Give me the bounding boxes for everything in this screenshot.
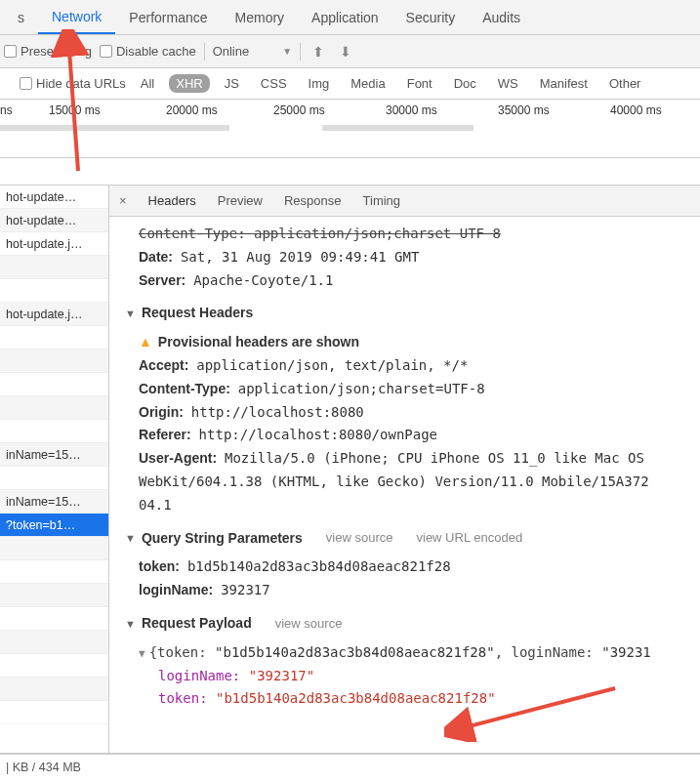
detail-tab-headers[interactable]: Headers — [144, 189, 200, 212]
timeline-tick: 25000 ms — [273, 103, 325, 117]
filter-media[interactable]: Media — [344, 74, 391, 93]
request-row[interactable] — [0, 654, 108, 678]
section-request-payload[interactable]: ▼ Request Payload view source — [125, 612, 690, 636]
header-row: Content-Type: application/json;charset=U… — [125, 378, 690, 401]
hide-data-urls-option[interactable]: Hide data URLs — [20, 76, 126, 91]
request-row[interactable]: hot-update.j… — [0, 232, 108, 256]
request-row[interactable] — [0, 373, 108, 396]
request-row[interactable] — [0, 256, 108, 279]
filter-js[interactable]: JS — [218, 74, 246, 93]
header-row-continuation: 04.1 — [125, 494, 690, 517]
preserve-log-option[interactable]: Preserve log — [4, 44, 92, 59]
header-row: Referer: http://localhost:8080/ownPage — [125, 424, 690, 447]
timeline-tick: 30000 ms — [386, 103, 437, 117]
detail-tab-response[interactable]: Response — [280, 189, 346, 212]
devtools-panel-tabs: s Network Performance Memory Application… — [0, 0, 700, 35]
chevron-down-icon: ▼ — [125, 529, 136, 548]
headers-panel: Content-Type: application/json;charset U… — [109, 217, 700, 753]
network-filter-bar: Hide data URLs All XHR JS CSS Img Media … — [0, 68, 700, 100]
filter-css[interactable]: CSS — [254, 74, 294, 93]
timeline-activity — [322, 125, 474, 131]
header-row: Origin: http://localhost:8080 — [125, 401, 690, 425]
section-title-text: Query String Parameters — [142, 527, 303, 551]
request-row[interactable] — [0, 631, 108, 654]
request-row[interactable]: inName=15… — [0, 490, 108, 514]
header-row-continuation: WebKit/604.1.38 (KHTML, like Gecko) Vers… — [125, 471, 690, 494]
network-timeline-overview[interactable]: ns 15000 ms 20000 ms 25000 ms 30000 ms 3… — [0, 100, 700, 158]
detail-tab-timing[interactable]: Timing — [359, 189, 405, 212]
throttling-select[interactable]: Online ▼ — [213, 44, 292, 59]
filter-manifest[interactable]: Manifest — [533, 74, 595, 93]
transferred-summary: | KB / 434 MB — [6, 761, 81, 774]
filter-other[interactable]: Other — [602, 74, 648, 93]
view-source-link[interactable]: view source — [275, 613, 343, 635]
request-row-selected[interactable]: ?token=b1… — [0, 514, 108, 537]
section-title-text: Request Headers — [142, 302, 253, 325]
request-row[interactable] — [0, 350, 108, 373]
chevron-down-icon: ▼ — [125, 615, 136, 634]
request-row[interactable] — [0, 560, 108, 584]
network-toolbar: Preserve log Disable cache Online ▼ ⬆ ⬇ — [0, 35, 700, 68]
tab-audits[interactable]: Audits — [469, 2, 534, 33]
request-row[interactable] — [0, 279, 108, 303]
timeline-tick: 35000 ms — [498, 103, 550, 117]
payload-row: token: "b1d5b140a2d83ac3b84d08aeac821f28… — [125, 687, 690, 711]
payload-summary[interactable]: ▼{token: "b1d5b140a2d83ac3b84d08aeac821f… — [125, 641, 690, 665]
preserve-log-label: Preserve log — [21, 44, 92, 59]
upload-har-button[interactable]: ⬆ — [309, 44, 328, 60]
tab-application[interactable]: Application — [298, 2, 392, 33]
view-source-link[interactable]: view source — [326, 527, 393, 549]
timeline-tick-label: ns — [0, 103, 13, 117]
request-row[interactable] — [0, 678, 108, 701]
request-row[interactable] — [0, 584, 108, 607]
view-url-encoded-link[interactable]: view URL encoded — [417, 527, 523, 549]
request-row[interactable]: hot-update… — [0, 209, 108, 232]
checkbox-icon — [4, 45, 17, 58]
header-row-truncated: Content-Type: application/json;charset U… — [125, 223, 690, 246]
detail-tab-preview[interactable]: Preview — [214, 189, 267, 212]
request-row[interactable] — [0, 420, 108, 443]
query-row: token: b1d5b140a2d83ac3b84d08aeac821f28 — [125, 556, 690, 579]
filter-font[interactable]: Font — [400, 74, 439, 93]
timeline-tick: 40000 ms — [610, 103, 662, 117]
request-row[interactable] — [0, 396, 108, 420]
request-row[interactable] — [0, 701, 108, 724]
close-icon[interactable]: × — [115, 193, 131, 208]
filter-all[interactable]: All — [134, 74, 161, 93]
chevron-down-icon: ▼ — [282, 46, 292, 57]
request-detail-pane: × Headers Preview Response Timing Conten… — [109, 185, 700, 753]
disable-cache-option[interactable]: Disable cache — [100, 44, 196, 59]
section-query-string[interactable]: ▼ Query String Parameters view source vi… — [125, 527, 690, 551]
request-row[interactable] — [0, 467, 108, 490]
timeline-tick: 15000 ms — [49, 103, 101, 117]
tab-security[interactable]: Security — [392, 2, 470, 33]
hide-data-urls-label: Hide data URLs — [36, 76, 126, 91]
filter-img[interactable]: Img — [302, 74, 337, 93]
tab-performance[interactable]: Performance — [115, 2, 221, 33]
chevron-down-icon: ▼ — [125, 305, 136, 323]
section-title-text: Request Payload — [142, 612, 252, 636]
request-row[interactable] — [0, 326, 108, 350]
checkbox-icon — [20, 77, 32, 90]
download-har-button[interactable]: ⬇ — [336, 44, 355, 60]
separator — [300, 43, 301, 61]
spacer — [0, 158, 700, 185]
query-row: loginName: 392317 — [125, 579, 690, 602]
request-list: hot-update… hot-update… hot-update.j… ho… — [0, 185, 109, 753]
filter-ws[interactable]: WS — [491, 74, 525, 93]
tab-network[interactable]: Network — [38, 1, 115, 34]
section-request-headers[interactable]: ▼ Request Headers — [125, 302, 690, 325]
request-row[interactable]: hot-update… — [0, 185, 108, 209]
filter-doc[interactable]: Doc — [447, 74, 483, 93]
request-row[interactable]: inName=15… — [0, 443, 108, 467]
chevron-down-icon: ▼ — [139, 647, 145, 660]
header-row: Date: Sat, 31 Aug 2019 09:49:41 GMT — [125, 246, 690, 269]
tab-memory[interactable]: Memory — [222, 2, 299, 33]
request-row[interactable] — [0, 607, 108, 631]
filter-xhr[interactable]: XHR — [169, 74, 209, 93]
request-row[interactable]: hot-update.j… — [0, 303, 108, 326]
header-row: Accept: application/json, text/plain, */… — [125, 354, 690, 378]
timeline-activity — [103, 125, 229, 131]
tab-elements-truncated[interactable]: s — [4, 2, 38, 33]
request-row[interactable] — [0, 537, 108, 560]
